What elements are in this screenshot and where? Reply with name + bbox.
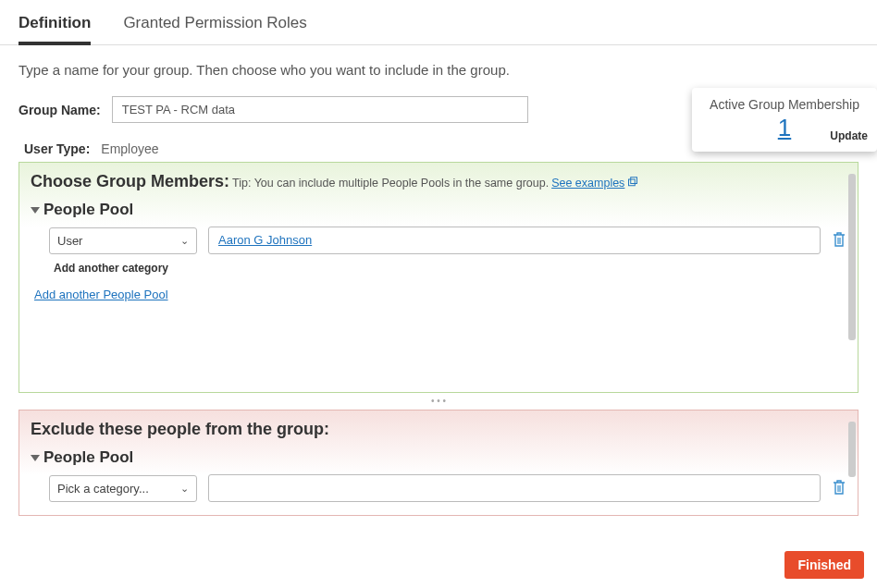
membership-title: Active Group Membership <box>703 97 866 112</box>
tabs-bar: Definition Granted Permission Roles <box>0 0 877 45</box>
chevron-down-icon <box>31 455 40 461</box>
group-name-label: Group Name: <box>19 103 101 117</box>
instruction-text: Type a name for your group. Then choose … <box>0 45 877 82</box>
person-link[interactable]: Aaron G Johnson <box>218 233 312 247</box>
exclude-person-box[interactable] <box>208 474 821 502</box>
trash-icon[interactable] <box>832 479 846 498</box>
svg-rect-0 <box>629 179 636 186</box>
include-header: Choose Group Members: <box>31 172 229 191</box>
membership-update-link[interactable]: Update <box>830 129 868 142</box>
add-another-pool-link[interactable]: Add another People Pool <box>34 288 168 301</box>
add-another-category-link[interactable]: Add another category <box>54 262 846 275</box>
include-pool-toggle[interactable]: People Pool <box>31 201 846 219</box>
include-tip: Tip: You can include multiple People Poo… <box>232 177 549 190</box>
external-link-icon <box>627 172 638 191</box>
include-pool-row: User ⌄ Aaron G Johnson <box>31 227 846 254</box>
user-type-value: Employee <box>101 141 158 156</box>
exclude-header-text: Exclude these people from the group: <box>31 420 329 439</box>
exclude-pool-toggle[interactable]: People Pool <box>31 448 846 467</box>
group-name-input[interactable] <box>112 96 528 123</box>
membership-count-link[interactable]: 1 <box>778 114 791 142</box>
include-category-select[interactable]: User ⌄ <box>49 227 197 254</box>
exclude-header: Exclude these people from the group: <box>31 420 846 439</box>
tab-granted-roles[interactable]: Granted Permission Roles <box>123 9 306 44</box>
exclude-category-placeholder: Pick a category... <box>57 482 149 496</box>
exclude-panel: Exclude these people from the group: Peo… <box>19 410 858 516</box>
user-type-label: User Type: <box>24 141 90 156</box>
trash-icon[interactable] <box>832 231 846 251</box>
resize-handle[interactable]: • • • <box>19 396 858 406</box>
include-pool-label: People Pool <box>43 201 133 219</box>
scrollbar[interactable] <box>848 174 856 340</box>
exclude-pool-row: Pick a category... ⌄ <box>31 474 846 502</box>
include-panel: Choose Group Members: Tip: You can inclu… <box>19 162 858 393</box>
scrollbar[interactable] <box>848 422 856 477</box>
exclude-category-select[interactable]: Pick a category... ⌄ <box>49 475 197 502</box>
chevron-down-icon: ⌄ <box>180 483 189 495</box>
include-category-value: User <box>57 234 82 248</box>
chevron-down-icon <box>31 207 40 214</box>
exclude-pool-label: People Pool <box>43 448 133 467</box>
svg-rect-1 <box>631 178 637 184</box>
see-examples-link[interactable]: See examples <box>551 177 624 190</box>
active-membership-card: Active Group Membership 1 Update <box>692 88 877 152</box>
finished-button[interactable]: Finished <box>784 551 864 579</box>
include-header-row: Choose Group Members: Tip: You can inclu… <box>31 172 846 191</box>
chevron-down-icon: ⌄ <box>180 235 189 247</box>
tab-definition[interactable]: Definition <box>19 9 91 45</box>
include-person-box[interactable]: Aaron G Johnson <box>208 227 821 254</box>
